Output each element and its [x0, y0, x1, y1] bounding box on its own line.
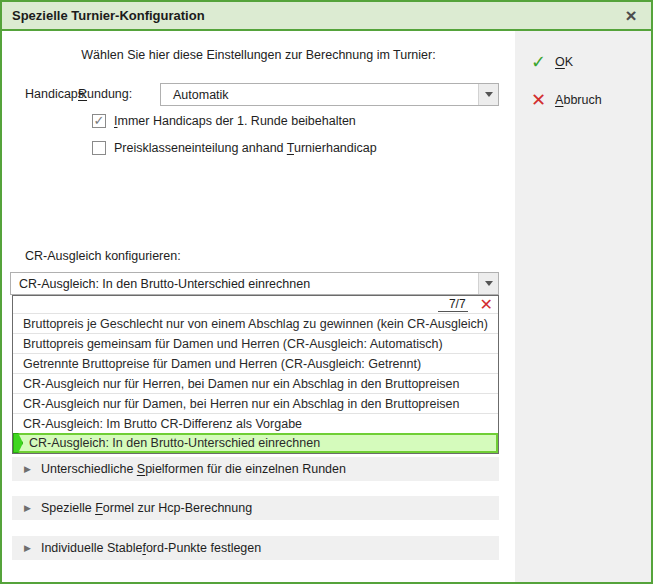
checkbox-icon[interactable]: ✓ [92, 114, 106, 128]
cr-dropdown-list: 7/7 ✕ Bruttopreis je Geschlecht nur von … [12, 295, 499, 454]
close-icon[interactable]: × [621, 6, 641, 26]
dialog-title: Spezielle Turnier-Konfiguration [12, 8, 205, 23]
rundung-label: Rundung: [78, 87, 132, 101]
checkbox-label: Immer Handicaps der 1. Runde beibehalten [114, 114, 356, 128]
chevron-down-icon[interactable] [478, 273, 498, 294]
checkbox-label: Preisklasseneinteilung anhand Turnierhan… [114, 141, 377, 155]
ok-label: OK [555, 55, 573, 69]
chevron-right-icon: ▶ [24, 503, 31, 513]
dropdown-item[interactable]: CR-Ausgleich nur für Herren, bei Damen n… [13, 373, 498, 393]
cancel-label: Abbruch [555, 93, 602, 107]
dropdown-item[interactable]: CR-Ausgleich: In den Brutto-Unterschied … [13, 433, 498, 453]
section-label: Individuelle Stableford-Punkte festlegen [41, 541, 261, 555]
handicaps-row: Handicaps: Rundung: Automatik [2, 83, 515, 106]
dropdown-item[interactable]: Getrennte Bruttopreise für Damen und Her… [13, 353, 498, 373]
chevron-down-icon[interactable] [478, 84, 498, 105]
section-label: Unterschiedliche Spielformen für die ein… [41, 462, 346, 476]
close-dropdown-icon[interactable]: ✕ [480, 297, 493, 313]
selected-marker-icon [13, 433, 23, 453]
dropdown-item[interactable]: CR-Ausgleich nur für Damen, bei Herren n… [13, 393, 498, 413]
chevron-right-icon: ▶ [24, 543, 31, 553]
cr-ausgleich-combobox[interactable]: CR-Ausgleich: In den Brutto-Unterschied … [10, 272, 499, 295]
x-icon: ✕ [531, 91, 546, 109]
checkbox-icon[interactable] [92, 141, 106, 155]
rundung-combobox[interactable]: Automatik [160, 83, 499, 106]
section-spielformen[interactable]: ▶ Unterschiedliche Spielformen für die e… [12, 457, 499, 481]
checkbox-price-classes-by-handicap[interactable]: Preisklasseneinteilung anhand Turnierhan… [92, 141, 377, 155]
title-bar: Spezielle Turnier-Konfiguration × [2, 2, 651, 29]
dropdown-header: 7/7 ✕ [13, 296, 498, 313]
dialog-spezielle-turnier-konfiguration: Spezielle Turnier-Konfiguration × Wählen… [0, 0, 653, 584]
cr-ausgleich-label: CR-Ausgleich konfigurieren: [25, 249, 181, 263]
instruction-text: Wählen Sie hier diese Einstellungen zur … [2, 48, 515, 62]
main-panel: Wählen Sie hier diese Einstellungen zur … [2, 31, 515, 582]
checkbox-keep-handicaps-round1[interactable]: ✓ Immer Handicaps der 1. Runde beibehalt… [92, 114, 356, 128]
rundung-value: Automatik [161, 88, 478, 102]
checkmark-icon: ✓ [94, 114, 105, 127]
item-counter[interactable]: 7/7 [438, 297, 468, 312]
cancel-button[interactable]: ✕ Abbruch [531, 91, 602, 109]
action-sidebar: ✓ OK ✕ Abbruch [515, 31, 651, 582]
section-stableford-punkte[interactable]: ▶ Individuelle Stableford-Punkte festleg… [12, 536, 499, 560]
section-hcp-formel[interactable]: ▶ Spezielle Formel zur Hcp-Berechnung [12, 496, 499, 520]
check-icon: ✓ [531, 53, 546, 71]
dropdown-item[interactable]: Bruttopreis gemeinsam für Damen und Herr… [13, 333, 498, 353]
dropdown-item[interactable]: Bruttopreis je Geschlecht nur von einem … [13, 313, 498, 333]
ok-button[interactable]: ✓ OK [531, 53, 573, 71]
chevron-right-icon: ▶ [24, 464, 31, 474]
dropdown-item[interactable]: CR-Ausgleich: Im Brutto CR-Differenz als… [13, 413, 498, 433]
section-label: Spezielle Formel zur Hcp-Berechnung [41, 501, 252, 515]
cr-ausgleich-value: CR-Ausgleich: In den Brutto-Unterschied … [11, 277, 478, 291]
